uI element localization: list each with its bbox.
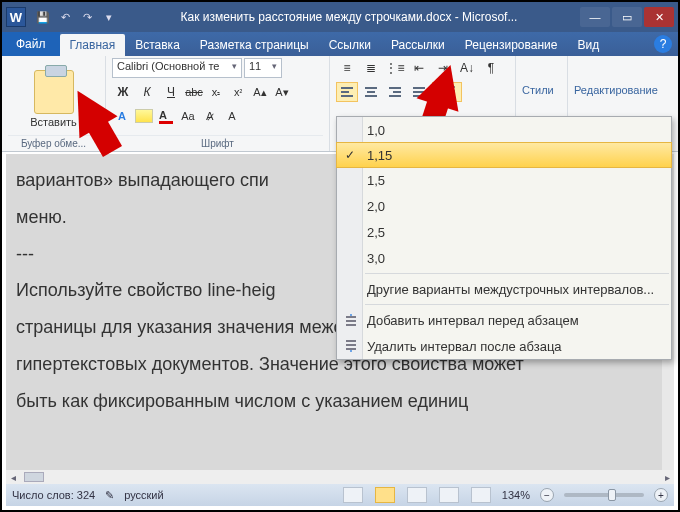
- tab-references[interactable]: Ссылки: [319, 34, 381, 56]
- print-layout-view[interactable]: [343, 487, 363, 503]
- outline-view[interactable]: [439, 487, 459, 503]
- superscript-button[interactable]: x²: [228, 82, 248, 102]
- tab-view[interactable]: Вид: [567, 34, 609, 56]
- scroll-left-icon[interactable]: ◂: [6, 472, 20, 483]
- scroll-right-icon[interactable]: ▸: [660, 472, 674, 483]
- font-size-combo[interactable]: 11: [244, 58, 282, 78]
- tab-review[interactable]: Рецензирование: [455, 34, 568, 56]
- doc-text: быть как фиксированным числом с указание…: [16, 387, 652, 416]
- font-color-button[interactable]: A: [156, 106, 176, 126]
- quick-access-toolbar: 💾 ↶ ↷ ▾: [34, 8, 118, 26]
- word-count[interactable]: Число слов: 324: [12, 489, 95, 501]
- add-space-before[interactable]: Добавить интервал перед абзацем: [337, 307, 671, 333]
- tab-layout[interactable]: Разметка страницы: [190, 34, 319, 56]
- fullscreen-view[interactable]: [375, 487, 395, 503]
- tab-home[interactable]: Главная: [60, 34, 126, 56]
- spacing-options-more[interactable]: Другие варианты междустрочных интервалов…: [337, 276, 671, 302]
- underline-button[interactable]: Ч: [160, 82, 182, 102]
- line-spacing-menu: 1,0 ✓1,15 1,5 2,0 2,5 3,0 Другие вариант…: [336, 116, 672, 360]
- maximize-button[interactable]: ▭: [612, 7, 642, 27]
- tab-mailings[interactable]: Рассылки: [381, 34, 455, 56]
- check-icon: ✓: [345, 148, 355, 162]
- shrink-font-button[interactable]: A▾: [272, 82, 292, 102]
- spacing-option-1.0[interactable]: 1,0: [337, 117, 671, 143]
- minimize-button[interactable]: —: [580, 7, 610, 27]
- multilevel-button[interactable]: ⋮≡: [384, 58, 406, 78]
- language-status[interactable]: русский: [124, 489, 163, 501]
- group-clipboard-label: Буфер обме...: [8, 135, 99, 151]
- close-button[interactable]: ✕: [644, 7, 674, 27]
- highlight-button[interactable]: [134, 106, 154, 126]
- draft-view[interactable]: [471, 487, 491, 503]
- clear-format-button[interactable]: A̷: [200, 106, 220, 126]
- numbering-button[interactable]: ≣: [360, 58, 382, 78]
- save-icon[interactable]: 💾: [34, 8, 52, 26]
- grow-font-button[interactable]: A▴: [250, 82, 270, 102]
- spacing-option-2.0[interactable]: 2,0: [337, 193, 671, 219]
- align-left-button[interactable]: [336, 82, 358, 102]
- status-bar: Число слов: 324 ✎ русский 134% − +: [6, 484, 674, 506]
- zoom-level[interactable]: 134%: [502, 489, 530, 501]
- spacing-option-3.0[interactable]: 3,0: [337, 245, 671, 271]
- change-case-button[interactable]: Aa: [178, 106, 198, 126]
- zoom-slider[interactable]: [564, 493, 644, 497]
- space-after-icon: [343, 338, 359, 354]
- space-before-icon: [343, 312, 359, 328]
- subscript-button[interactable]: x₂: [206, 82, 226, 102]
- word-app-icon: W: [6, 7, 26, 27]
- qat-dropdown-icon[interactable]: ▾: [100, 8, 118, 26]
- editing-button[interactable]: Редактирование: [574, 58, 658, 96]
- redo-icon[interactable]: ↷: [78, 8, 96, 26]
- bold-button[interactable]: Ж: [112, 82, 134, 102]
- remove-space-after[interactable]: Удалить интервал после абзаца: [337, 333, 671, 359]
- web-layout-view[interactable]: [407, 487, 427, 503]
- styles-button[interactable]: Стили: [522, 58, 554, 96]
- ribbon-tabs: Файл Главная Вставка Разметка страницы С…: [2, 32, 678, 56]
- tab-insert[interactable]: Вставка: [125, 34, 190, 56]
- zoom-out-button[interactable]: −: [540, 488, 554, 502]
- bullets-button[interactable]: ≡: [336, 58, 358, 78]
- show-marks-button[interactable]: ¶: [480, 58, 502, 78]
- spellcheck-icon[interactable]: ✎: [105, 489, 114, 502]
- character-shading-button[interactable]: A: [222, 106, 242, 126]
- spacing-option-2.5[interactable]: 2,5: [337, 219, 671, 245]
- align-center-button[interactable]: [360, 82, 382, 102]
- spacing-option-1.5[interactable]: 1,5: [337, 167, 671, 193]
- zoom-in-button[interactable]: +: [654, 488, 668, 502]
- spacing-option-1.15[interactable]: ✓1,15: [336, 142, 672, 168]
- window-title: Как изменить расстояние между строчками.…: [118, 10, 580, 24]
- tab-file[interactable]: Файл: [2, 32, 60, 56]
- font-name-combo[interactable]: Calibri (Основной те: [112, 58, 242, 78]
- horizontal-scrollbar[interactable]: ◂ ▸: [6, 470, 674, 484]
- undo-icon[interactable]: ↶: [56, 8, 74, 26]
- italic-button[interactable]: К: [136, 82, 158, 102]
- titlebar: W 💾 ↶ ↷ ▾ Как изменить расстояние между …: [2, 2, 678, 32]
- scroll-thumb[interactable]: [24, 472, 44, 482]
- help-icon[interactable]: ?: [654, 35, 672, 53]
- strikethrough-button[interactable]: abc: [184, 82, 204, 102]
- group-font-label: Шрифт: [112, 135, 323, 151]
- align-right-button[interactable]: [384, 82, 406, 102]
